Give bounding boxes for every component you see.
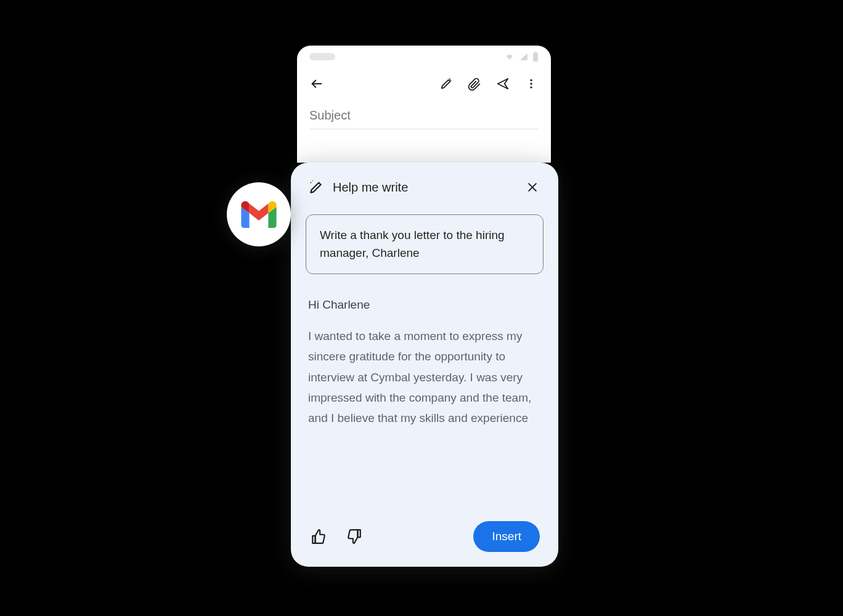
- send-icon[interactable]: [495, 76, 510, 91]
- gmail-badge: [227, 182, 291, 246]
- attachment-icon[interactable]: [467, 76, 482, 91]
- more-vert-icon[interactable]: [524, 76, 539, 91]
- generated-output: Hi Charlene I wanted to take a moment to…: [306, 295, 544, 519]
- gmail-icon: [241, 201, 277, 228]
- fade-overlay: [306, 463, 544, 519]
- compose-toolbar: [297, 68, 551, 100]
- magic-pencil-icon: [308, 179, 324, 195]
- status-bar: [297, 46, 551, 68]
- status-pill: [309, 53, 335, 60]
- hmw-header: Help me write: [306, 179, 544, 201]
- svg-rect-1: [534, 52, 536, 53]
- prompt-input[interactable]: Write a thank you letter to the hiring m…: [306, 214, 544, 274]
- signal-icon: [519, 52, 529, 61]
- hmw-footer: Insert: [306, 519, 544, 553]
- generated-greeting: Hi Charlene: [308, 295, 541, 315]
- close-button[interactable]: [524, 179, 541, 196]
- thumbs-up-button[interactable]: [309, 527, 328, 546]
- feedback-buttons: [309, 527, 364, 546]
- subject-input[interactable]: [309, 108, 539, 129]
- phone-compose-frame: [297, 46, 551, 163]
- svg-rect-0: [533, 53, 538, 62]
- hmw-title: Help me write: [333, 180, 515, 195]
- help-me-write-card: Help me write Write a thank you letter t…: [291, 163, 558, 567]
- generated-body: I wanted to take a moment to express my …: [308, 326, 541, 428]
- svg-point-5: [530, 86, 532, 88]
- status-icons: [504, 52, 539, 62]
- thumbs-down-button[interactable]: [345, 527, 364, 546]
- wifi-icon: [504, 52, 515, 61]
- insert-button[interactable]: Insert: [473, 521, 540, 552]
- back-arrow-icon[interactable]: [309, 76, 324, 91]
- magic-pencil-icon[interactable]: [439, 76, 454, 91]
- subject-row: [297, 100, 551, 129]
- battery-icon: [532, 52, 539, 62]
- svg-point-3: [530, 79, 532, 81]
- svg-point-4: [530, 83, 532, 84]
